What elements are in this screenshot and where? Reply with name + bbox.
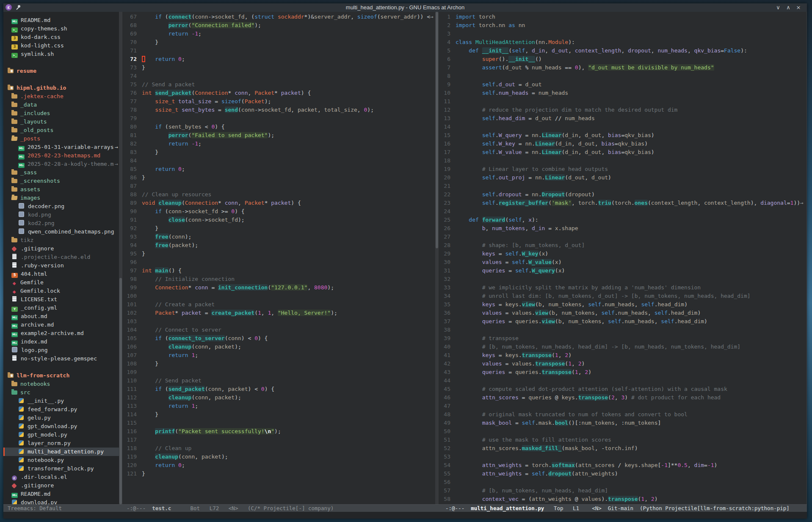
code-line[interactable]: 34 # unroll last dim: [b, num_tokens, d_…: [439, 292, 806, 300]
code-line[interactable]: 84: [122, 157, 435, 165]
tree-item-feed_forward.py[interactable]: feed_forward.py: [3, 405, 119, 414]
code-line[interactable]: 86}: [122, 173, 435, 182]
tree-item-_layouts[interactable]: _layouts: [3, 118, 119, 126]
code-line[interactable]: 114 }: [122, 410, 435, 419]
code-line[interactable]: 113 return 1;: [122, 402, 435, 410]
code-line[interactable]: 109: [122, 368, 435, 376]
code-line[interactable]: 107 return 1;: [122, 351, 435, 360]
code-line[interactable]: 87: [122, 182, 435, 190]
code-line[interactable]: 79: [122, 114, 435, 123]
code-line[interactable]: 72 return 0;: [122, 55, 435, 63]
tree-item-logo.png[interactable]: logo.png: [3, 346, 119, 354]
code-line[interactable]: 29 keys = self.W_key(x): [439, 250, 806, 258]
tree-item-resume[interactable]: resume: [3, 67, 119, 75]
code-line[interactable]: 73}: [122, 63, 435, 72]
tree-item-download.py[interactable]: download.py: [3, 498, 119, 504]
tree-item-_config.yml[interactable]: _config.yml: [3, 304, 119, 312]
tree-item-hipml.github.io[interactable]: hipml.github.io: [3, 84, 119, 92]
code-line[interactable]: 80 if (sent_bytes < 0) {: [122, 123, 435, 131]
tree-item-gpt_download.py[interactable]: gpt_download.py: [3, 422, 119, 431]
code-line[interactable]: 69 return -1;: [122, 30, 435, 38]
code-line[interactable]: 92 }: [122, 224, 435, 233]
code-line[interactable]: 18: [439, 157, 806, 165]
code-line[interactable]: 54 attn_weights = torch.softmax(attn_sco…: [439, 461, 806, 470]
code-line[interactable]: 13 self.head_dim = d_out // num_heads: [439, 114, 806, 123]
code-line[interactable]: 75// Send a packet: [122, 80, 435, 89]
code-line[interactable]: 71: [122, 47, 435, 55]
code-line[interactable]: 67 if (connect(conn->socket_fd, (struct …: [122, 13, 435, 21]
code-line[interactable]: 94 free(packet);: [122, 241, 435, 250]
code-line[interactable]: 58 context_vec = (attn_weights @ values)…: [439, 495, 806, 503]
code-line[interactable]: 42 values = values.transpose(1, 2): [439, 360, 806, 368]
code-line[interactable]: 97int main() {: [122, 266, 435, 275]
tree-item-_data[interactable]: _data: [3, 101, 119, 109]
code-line[interactable]: 53: [439, 453, 806, 461]
close-button[interactable]: ×: [793, 3, 804, 12]
tree-item-2025-02-28-a-kodly-theme.m[interactable]: 2025-02-28-a-kodly-theme.m→: [3, 160, 119, 168]
tree-item-qwen_combined_heatmaps.png[interactable]: qwen_combined_heatmaps.png: [3, 228, 119, 236]
code-line[interactable]: 45 # compute scaled dot-product attentio…: [439, 385, 806, 393]
code-line[interactable]: 82 return -1;: [122, 140, 435, 148]
tree-item-notebooks[interactable]: notebooks: [3, 380, 119, 388]
code-line[interactable]: 70 }: [122, 38, 435, 47]
maximize-button[interactable]: ∧: [783, 3, 793, 12]
code-line[interactable]: 101 // Create a packet: [122, 300, 435, 309]
code-line[interactable]: 28 # shape: [b, num_tokens, d_out]: [439, 241, 806, 250]
tree-item-.ruby-version[interactable]: .ruby-version: [3, 261, 119, 270]
tree-item-.gitignore[interactable]: .gitignore: [3, 245, 119, 253]
tree-item-README.md[interactable]: README.md: [3, 16, 119, 25]
code-line[interactable]: 111 if (send_packet(conn, packet) < 0) {: [122, 385, 435, 393]
tree-item-.dir-locals.el[interactable]: .dir-locals.el: [3, 473, 119, 481]
tree-item-README.md[interactable]: README.md: [3, 490, 119, 498]
code-line[interactable]: 30 values = self.W_value(x): [439, 258, 806, 266]
code-line[interactable]: 6 super().__init__(): [439, 55, 806, 63]
tree-item-_sass[interactable]: _sass: [3, 168, 119, 177]
code-line[interactable]: 17 self.W_value = nn.Linear(d_in, d_out,…: [439, 148, 806, 157]
code-line[interactable]: 22 self.dropout = nn.Dropout(dropout): [439, 190, 806, 199]
code-line[interactable]: 7 assert(d_out % num_heads == 0), "d_out…: [439, 63, 806, 72]
tree-item-index.md[interactable]: index.md: [3, 338, 119, 346]
tree-item-multi_head_attention.py[interactable]: multi_head_attention.py: [3, 448, 119, 456]
code-line[interactable]: 91 close(conn->socket_fd);: [122, 216, 435, 224]
code-line[interactable]: 74: [122, 72, 435, 80]
tree-item-kod2.png[interactable]: kod2.png: [3, 219, 119, 228]
code-line[interactable]: 106 cleanup(conn, packet);: [122, 343, 435, 351]
tree-item-gpt_model.py[interactable]: gpt_model.py: [3, 431, 119, 439]
code-line[interactable]: 50: [439, 427, 806, 436]
code-line[interactable]: 1import torch: [439, 13, 806, 21]
code-line[interactable]: 10 self.num_heads = num_heads: [439, 89, 806, 97]
code-line[interactable]: 57 # [b, num_tokens, num_heads, head_dim…: [439, 486, 806, 495]
right-scrollbar[interactable]: [435, 12, 439, 504]
code-line[interactable]: 81 perror("Failed to send packet");: [122, 131, 435, 140]
echo-area[interactable]: [3, 512, 807, 519]
tree-item-Gemfile.lock[interactable]: Gemfile.lock: [3, 287, 119, 295]
tree-item-example2-archive.md[interactable]: example2-archive.md: [3, 329, 119, 338]
code-line[interactable]: 68 perror("Connection failed");: [122, 21, 435, 30]
tree-item-_old_posts[interactable]: _old_posts: [3, 126, 119, 135]
tree-item-no-style-please.gemspec[interactable]: no-style-please.gemspec: [3, 354, 119, 363]
tree-item-kod-dark.css[interactable]: kod-dark.css: [3, 33, 119, 41]
code-line[interactable]: 118 // Clean up: [122, 444, 435, 453]
code-line[interactable]: 24: [439, 207, 806, 216]
tree-item-about.md[interactable]: about.md: [3, 312, 119, 321]
tree-item-gelu.py[interactable]: gelu.py: [3, 414, 119, 422]
tree-item-_posts[interactable]: _posts: [3, 135, 119, 143]
code-line[interactable]: 117: [122, 436, 435, 444]
tree-item-copy-themes.sh[interactable]: copy-themes.sh: [3, 25, 119, 33]
code-line[interactable]: 90 if (conn->socket_fd >= 0) {: [122, 207, 435, 216]
code-line[interactable]: 35 keys = keys.view(b, num_tokens, self.…: [439, 300, 806, 309]
scrollbar-thumb[interactable]: [436, 12, 438, 248]
middle-scrollbar[interactable]: [119, 12, 122, 504]
tree-item-layer_norm.py[interactable]: layer_norm.py: [3, 439, 119, 448]
tree-item-_includes[interactable]: _includes: [3, 109, 119, 118]
code-line[interactable]: 43 queries = queries.transpose(1, 2): [439, 368, 806, 376]
code-line[interactable]: 32: [439, 275, 806, 283]
tree-item-.projectile-cache.eld[interactable]: .projectile-cache.eld: [3, 253, 119, 261]
code-line[interactable]: 77 size_t total_size = sizeof(Packet);: [122, 97, 435, 106]
minimize-button[interactable]: ∨: [773, 3, 783, 12]
code-line[interactable]: 110 // Send packet: [122, 376, 435, 385]
code-line[interactable]: 37 queries = queries.view(b, num_tokens,…: [439, 317, 806, 326]
tree-item-decoder.png[interactable]: decoder.png: [3, 202, 119, 211]
tree-item-.jektex-cache[interactable]: .jektex-cache: [3, 92, 119, 101]
code-line[interactable]: 46 attn_scores = queries @ keys.transpos…: [439, 393, 806, 402]
